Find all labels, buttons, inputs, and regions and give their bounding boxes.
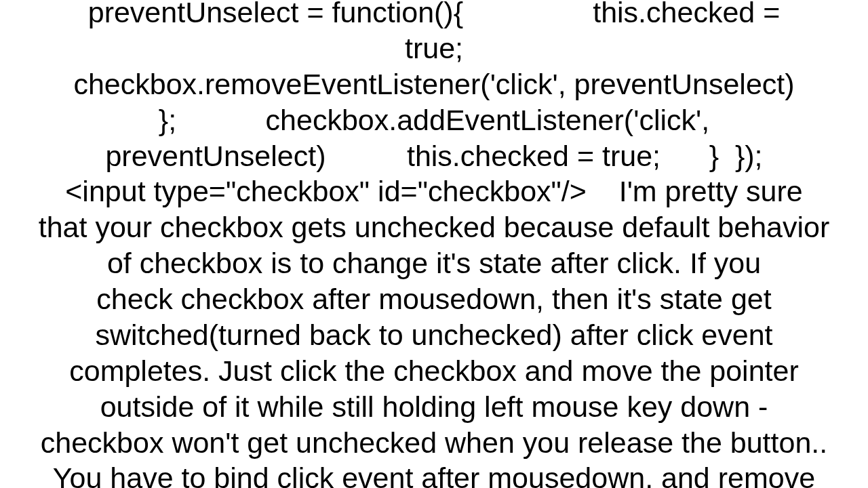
document-viewport: preventUnselect = function(){ this.check… [0,0,868,488]
document-text: preventUnselect = function(){ this.check… [0,0,868,488]
